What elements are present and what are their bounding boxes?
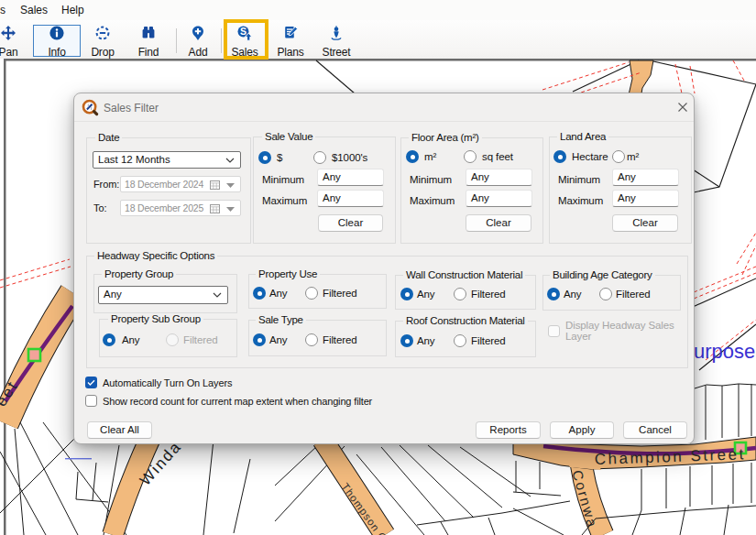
svg-text:urpose: urpose <box>694 340 755 363</box>
